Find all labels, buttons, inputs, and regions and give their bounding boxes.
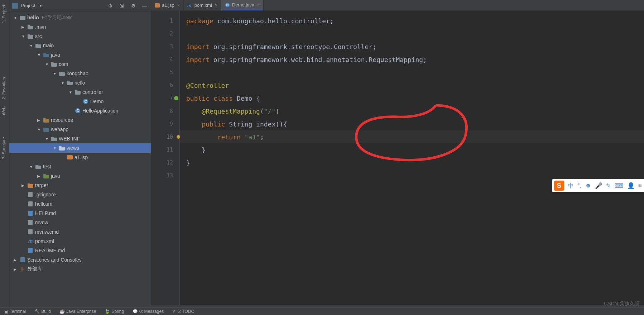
side-tab-web[interactable]: Web <box>0 103 9 119</box>
tree-node-gitignore[interactable]: .gitignore <box>9 190 151 199</box>
tree-node-test[interactable]: ▼test <box>9 162 151 171</box>
ime-menu-icon[interactable]: ≡ <box>638 182 642 189</box>
tree-node-iml[interactable]: hello.iml <box>9 199 151 209</box>
tab-demo[interactable]: C Demo.java × <box>221 0 264 10</box>
svg-rect-6 <box>28 192 33 197</box>
ime-user-icon[interactable]: 👤 <box>627 182 635 190</box>
ime-logo[interactable]: S <box>554 181 564 191</box>
gear-icon[interactable]: ⚙ <box>130 3 136 9</box>
bottom-todo[interactable]: ✔ 6: TODO <box>168 309 199 314</box>
tree-node-mvnw[interactable]: mvnw <box>9 218 151 227</box>
gutter-line-5[interactable]: 5 <box>151 66 179 79</box>
project-tree[interactable]: ▼ hello E:\学习吧\hello ▶.mvn ▼src ▼main ▼j… <box>9 11 151 315</box>
side-tab-bar: 1: Project 2: Favorites Web 7: Structure <box>0 0 9 315</box>
target-icon[interactable]: ⊕ <box>107 3 114 9</box>
tree-node-webinf[interactable]: ▼WEB-INF <box>9 134 151 143</box>
tree-node-a1jsp[interactable]: a1.jsp <box>9 153 151 162</box>
gutter-line-2[interactable]: 2 <box>151 27 179 40</box>
side-tab-project[interactable]: 1: Project <box>0 1 9 27</box>
tree-node-pom[interactable]: mpom.xml <box>9 237 151 246</box>
code-line-3[interactable]: import org.springframework.stereotype.Co… <box>180 40 644 53</box>
tab-label: pom.xml <box>194 3 212 8</box>
close-icon[interactable]: × <box>215 3 217 8</box>
tree-node-com[interactable]: ▼com <box>9 59 151 69</box>
tree-node-helloapp[interactable]: CHelloApplication <box>9 106 151 115</box>
ime-punct-icon[interactable]: °, <box>577 182 582 189</box>
side-tab-favorites[interactable]: 2: Favorites <box>0 73 9 103</box>
tree-node-webapp[interactable]: ▼webapp <box>9 125 151 134</box>
chevron-down-icon[interactable]: ▼ <box>39 4 42 8</box>
tree-node-resources[interactable]: ▶resources <box>9 115 151 125</box>
tree-node-kongchao[interactable]: ▼kongchao <box>9 69 151 78</box>
gutter-line-11[interactable]: 11 <box>151 143 179 156</box>
ime-keyboard-icon[interactable]: ⌨ <box>615 182 624 190</box>
gutter-line-1[interactable]: 1 <box>151 14 179 27</box>
gutter-line-10[interactable]: 10 <box>151 130 179 143</box>
close-icon[interactable]: × <box>257 3 260 8</box>
svg-rect-11 <box>28 248 33 253</box>
class-icon: C <box>82 99 89 104</box>
tree-path: E:\学习吧\hello <box>42 14 73 21</box>
code-line-1[interactable]: package com.kongchao.hello.controller; <box>180 14 644 27</box>
tree-node-help[interactable]: HELP.md <box>9 209 151 218</box>
tab-a1jsp[interactable]: a1.jsp × <box>151 0 184 10</box>
code-line-9[interactable]: public String index(){ <box>180 118 644 130</box>
tree-node-views[interactable]: ▼views <box>9 143 151 153</box>
tree-node-scratches[interactable]: ▶Scratches and Consoles <box>9 255 151 264</box>
bottom-status-bar: ▣ Terminal 🔨 Build ☕ Java Enterprise 🍃 S… <box>0 307 644 315</box>
code-line-2[interactable] <box>180 27 644 40</box>
tree-node-target[interactable]: ▶target <box>9 181 151 190</box>
gutter-line-8[interactable]: 8 <box>151 105 179 118</box>
code-area[interactable]: package com.kongchao.hello.controller;im… <box>180 11 644 305</box>
ime-skin-icon[interactable]: ✎ <box>606 182 611 190</box>
hide-icon[interactable]: — <box>141 3 148 9</box>
gutter-line-6[interactable]: 6 <box>151 79 179 92</box>
tab-pom[interactable]: m pom.xml × <box>184 0 221 10</box>
tree-node-external[interactable]: ▶⊪外部库 <box>9 264 151 274</box>
tree-node-hello[interactable]: ▼hello <box>9 78 151 87</box>
gutter-line-9[interactable]: 9 <box>151 118 179 130</box>
tree-label: hello <box>27 15 39 20</box>
bottom-javaee[interactable]: ☕ Java Enterprise <box>55 309 100 314</box>
tree-node-java[interactable]: ▼java <box>9 50 151 59</box>
bottom-spring[interactable]: 🍃 Spring <box>100 309 128 314</box>
gutter-line-3[interactable]: 3 <box>151 40 179 53</box>
ime-lang[interactable]: 中 <box>568 182 574 190</box>
code-line-6[interactable]: @Controller <box>180 79 644 92</box>
gutter-line-13[interactable]: 13 <box>151 169 179 182</box>
code-line-4[interactable]: import org.springframework.web.bind.anno… <box>180 53 644 66</box>
ime-voice-icon[interactable]: 🎤 <box>595 182 602 190</box>
tree-node-src[interactable]: ▼src <box>9 32 151 41</box>
gutter-line-4[interactable]: 4 <box>151 53 179 66</box>
tree-node-mvnwcmd[interactable]: mvnw.cmd <box>9 227 151 237</box>
tree-node-demo[interactable]: CDemo <box>9 97 151 106</box>
gutter-line-7[interactable]: 7 <box>151 92 179 105</box>
tree-root[interactable]: ▼ hello E:\学习吧\hello <box>9 13 151 22</box>
tree-node-mvn[interactable]: ▶.mvn <box>9 22 151 32</box>
code-line-10[interactable]: return "a1"; <box>180 130 644 143</box>
tree-node-test-java[interactable]: ▶java <box>9 171 151 181</box>
editor-tab-bar: a1.jsp × m pom.xml × C Demo.java × <box>151 0 644 11</box>
code-line-8[interactable]: @RequestMapping("/") <box>180 105 644 118</box>
tree-node-controller[interactable]: ▼controller <box>9 87 151 97</box>
editor-body[interactable]: 12345678910111213 package com.kongchao.h… <box>151 11 644 305</box>
code-line-7[interactable]: public class Demo { <box>180 92 644 105</box>
bottom-terminal[interactable]: ▣ Terminal <box>0 309 30 314</box>
tab-label: a1.jsp <box>162 3 174 8</box>
class-icon: C <box>225 3 230 8</box>
file-icon <box>27 192 34 197</box>
tree-node-readme[interactable]: README.md <box>9 246 151 255</box>
bottom-build[interactable]: 🔨 Build <box>30 309 55 314</box>
svg-text:C: C <box>76 109 79 113</box>
expand-icon[interactable]: ⇲ <box>119 3 125 9</box>
code-line-12[interactable]: } <box>180 156 644 169</box>
ime-emoji-icon[interactable]: ☻ <box>585 182 591 189</box>
side-tab-structure[interactable]: 7: Structure <box>0 133 9 163</box>
bottom-messages[interactable]: 💬 0: Messages <box>128 309 168 314</box>
tree-node-main[interactable]: ▼main <box>9 41 151 50</box>
code-line-11[interactable]: } <box>180 143 644 156</box>
close-icon[interactable]: × <box>177 3 180 8</box>
gutter-line-12[interactable]: 12 <box>151 156 179 169</box>
code-line-5[interactable] <box>180 66 644 79</box>
ime-toolbar[interactable]: S 中 °, ☻ 🎤 ✎ ⌨ 👤 ≡ <box>552 179 644 192</box>
